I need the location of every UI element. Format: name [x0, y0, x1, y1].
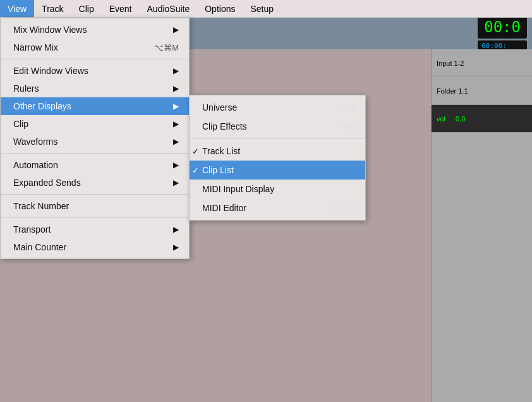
menubar-item-setup[interactable]: Setup [243, 0, 281, 17]
submenu-item-track-list[interactable]: ✓ Track List [190, 142, 365, 161]
menubar-item-view[interactable]: View [0, 0, 34, 17]
separator-2 [1, 153, 189, 154]
menu-item-narrow-mix[interactable]: Narrow Mix ⌥⌘M [1, 39, 189, 56]
input-row: Input 1-2 [432, 49, 532, 77]
menubar-item-event[interactable]: Event [102, 0, 140, 17]
submenu-item-clip-list[interactable]: ✓ Clip List [190, 161, 365, 180]
menu-item-other-displays[interactable]: Other Displays ▶ Universe ⌥7 Clip Effect… [1, 97, 189, 115]
dropdown-container: Mix Window Views ▶ Narrow Mix ⌥⌘M Edit W… [0, 18, 190, 259]
menu-item-track-number[interactable]: Track Number [1, 197, 189, 215]
arrow-icon: ▶ [173, 66, 179, 75]
submenu-separator-1 [190, 138, 365, 139]
arrow-icon: ▶ [173, 243, 179, 252]
menubar: View Track Clip Event AudioSuite Options… [0, 0, 532, 18]
arrow-icon: ▶ [173, 119, 179, 128]
separator-4 [1, 217, 189, 218]
arrow-icon: ▶ [173, 102, 179, 111]
arrow-icon: ▶ [173, 25, 179, 34]
submenu-item-midi-input-display[interactable]: MIDI Input Display [190, 180, 365, 198]
submenu-item-midi-editor[interactable]: MIDI Editor ^⌥⇧= [190, 198, 365, 217]
folder-row: Folder 1.1 [432, 77, 532, 105]
menubar-item-options[interactable]: Options [197, 0, 243, 17]
menu-item-automation[interactable]: Automation ▶ [1, 156, 189, 174]
menu-item-main-counter[interactable]: Main Counter ▶ [1, 238, 189, 256]
arrow-icon: ▶ [173, 84, 179, 93]
vol-row: vol 0.0 [432, 105, 532, 133]
menu-item-mix-window-views[interactable]: Mix Window Views ▶ [1, 21, 189, 39]
menu-item-edit-window-views[interactable]: Edit Window Views ▶ [1, 62, 189, 80]
menu-item-transport[interactable]: Transport ▶ [1, 221, 189, 238]
submenu-item-clip-effects[interactable]: Clip Effects ⌥6 [190, 117, 365, 136]
menu-item-rulers[interactable]: Rulers ▶ [1, 80, 189, 97]
arrow-icon: ▶ [173, 161, 179, 169]
arrow-icon: ▶ [173, 178, 179, 187]
separator-3 [1, 194, 189, 195]
other-displays-submenu: Universe ⌥7 Clip Effects ⌥6 ✓ Track List… [189, 95, 366, 221]
arrow-icon: ▶ [173, 225, 179, 234]
view-dropdown-menu: Mix Window Views ▶ Narrow Mix ⌥⌘M Edit W… [0, 18, 190, 259]
daw-right-panel: Input 1-2 Folder 1.1 vol 0.0 [431, 49, 532, 402]
menubar-item-audiosuite[interactable]: AudioSuite [140, 0, 198, 17]
menubar-item-clip[interactable]: Clip [71, 0, 102, 17]
checkmark-icon: ✓ [192, 166, 199, 175]
main-counter: 00:0 [478, 18, 527, 39]
menubar-item-track[interactable]: Track [34, 0, 71, 17]
menu-item-clip[interactable]: Clip ▶ [1, 115, 189, 133]
checkmark-icon: ✓ [192, 147, 199, 156]
submenu-item-universe[interactable]: Universe ⌥7 [190, 98, 365, 117]
separator-1 [1, 59, 189, 59]
menu-item-waveforms[interactable]: Waveforms ▶ [1, 133, 189, 150]
menu-item-expanded-sends[interactable]: Expanded Sends ▶ [1, 174, 189, 192]
arrow-icon: ▶ [173, 137, 179, 146]
